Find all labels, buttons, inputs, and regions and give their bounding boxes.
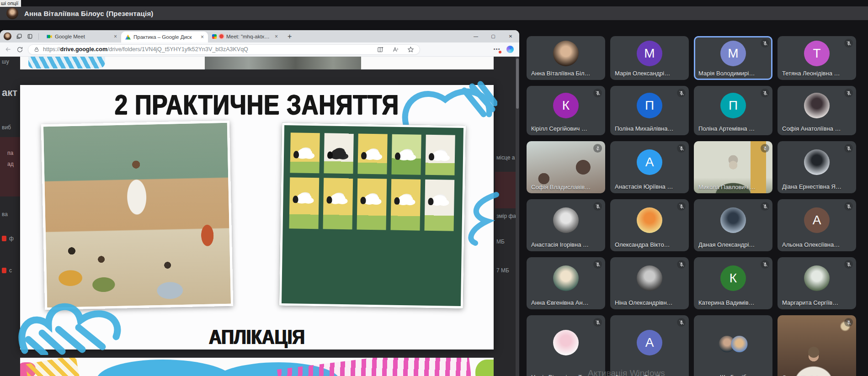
maximize-button[interactable]: ▢ (485, 30, 502, 42)
divider (38, 33, 39, 40)
participant-tile[interactable]: А Альона Олексіївна… (777, 199, 856, 251)
avatar (719, 336, 748, 352)
mic-off-icon (677, 89, 686, 97)
avatar (804, 93, 830, 118)
drive-bg-text-fragment: виб (2, 124, 11, 131)
participant-tile[interactable]: М Марія Володимирі… (694, 36, 772, 80)
participant-tile[interactable]: Діана Ернестівна Я… (777, 141, 856, 193)
settings-more-icon[interactable]: ⋯ (493, 47, 500, 52)
mic-off-icon (761, 144, 769, 153)
participant-name: Тетяна Леонідівна … (782, 70, 840, 77)
drive-bg-text-fragment: МБ (496, 238, 505, 245)
participant-tile[interactable]: Анастасія Ігорівна … (527, 199, 605, 251)
participant-tile[interactable]: Олександра Вікто… (610, 199, 689, 251)
participant-tile[interactable]: Анна Віталіївна Біл… (527, 36, 605, 80)
participant-name: Катерина Вадимів… (698, 299, 755, 306)
avatar: М (720, 41, 746, 66)
sheep-artwork-cards (289, 132, 457, 231)
browser-profile-avatar[interactable] (4, 32, 11, 40)
participant-tile[interactable]: Т Тетяна Леонідівна … (777, 36, 856, 80)
slide-title: 2 ПРАКТИЧНЕ ЗАНЯТТЯ (34, 89, 479, 120)
participant-tile[interactable]: А Анастасія Юріївна … (610, 141, 689, 193)
meet-favicon (47, 34, 52, 39)
participant-tile[interactable]: Маргарита Сергіїв… (777, 257, 856, 309)
drive-favicon (125, 35, 131, 40)
yellow-hatch-scribble (25, 358, 80, 376)
participant-tile[interactable]: Ще 5 осіб (694, 315, 772, 376)
recording-icon (219, 34, 224, 38)
tab-google-meet[interactable]: Google Meet × (43, 30, 121, 42)
avatar: К (553, 93, 579, 118)
mic-off-icon (593, 202, 602, 211)
participant-tile[interactable]: Софія Анатоліївна … (777, 86, 856, 135)
participant-name: Софія Анатоліївна … (782, 125, 841, 132)
participant-tile[interactable]: Микола Павлович … (694, 141, 772, 193)
presenter-avatar (6, 7, 18, 19)
participant-name: Микола Павлович … (698, 184, 756, 191)
mic-off-icon (677, 144, 686, 153)
drive-bg-text-fragment: ва (2, 211, 8, 217)
participant-tile[interactable]: Ніна Олександрівн… (610, 257, 689, 309)
drive-bg-text-fragment: с (2, 267, 12, 274)
drive-scrollbar[interactable] (516, 57, 519, 376)
reload-icon[interactable] (16, 46, 23, 53)
avatar (720, 207, 746, 233)
participant-tile[interactable]: К Кірілл Сергійович … (527, 86, 605, 135)
participant-name: Анна Євгенівна Ан… (531, 299, 589, 306)
address-bar[interactable]: https://drive.google.com/drive/folders/1… (28, 44, 420, 55)
mic-off-icon (844, 39, 853, 48)
avatar: А (637, 149, 662, 175)
participant-tile[interactable]: П Поліна Артемівна … (694, 86, 772, 135)
participant-tile[interactable]: П Поліна Михайлівна… (610, 86, 689, 135)
new-tab-button[interactable]: + (288, 32, 292, 41)
participant-name: Олена Казіміренко (782, 374, 834, 376)
avatar (804, 265, 830, 291)
participant-tile[interactable]: Софія Владиславів… (527, 141, 605, 193)
participant-tile[interactable]: Анна Євгенівна Ан… (527, 257, 605, 309)
avatar (637, 207, 662, 233)
toolbar-right-icons: ⋯ (493, 46, 515, 53)
tab-drive-active[interactable]: Практика – Google Диск × (121, 32, 208, 42)
close-button[interactable]: ✕ (502, 30, 519, 42)
drive-warning-banner-right (495, 172, 516, 208)
crayon-scribble-fragment (28, 57, 105, 69)
mic-off-icon (593, 318, 602, 327)
tab-actions-icon[interactable] (27, 33, 33, 39)
participants-grid: Анна Віталіївна Біл… М Марія Олександрі…… (527, 36, 868, 376)
favorite-star-icon[interactable] (407, 46, 414, 53)
drive-preview-viewport: шуактвибпаадвафс місце азмір фаМБ7 МБ 2 … (0, 57, 519, 376)
workspaces-icon[interactable] (16, 33, 22, 40)
tab-close-icon[interactable]: × (275, 33, 278, 40)
tab-meet-recording[interactable]: Meet: "mhq-aktx-fku" × (208, 30, 282, 42)
copilot-icon[interactable] (506, 46, 514, 53)
more-options-tooltip: ші опції (0, 0, 21, 7)
mic-off-icon (761, 260, 769, 269)
back-icon[interactable] (5, 46, 12, 53)
participant-tile[interactable]: Надія Вікторівна Т… (527, 315, 605, 376)
participant-tile[interactable]: Даная Олександрі… (694, 199, 772, 251)
tab-close-icon[interactable]: × (114, 33, 117, 40)
avatar: П (637, 93, 662, 118)
participant-tile[interactable]: Олена Казіміренко (777, 315, 856, 376)
mic-off-icon (844, 144, 853, 153)
participant-tile[interactable]: А Анастасія Сергіївн… (610, 315, 689, 376)
tab-title: Google Meet (55, 34, 109, 39)
green-blob-scribble (475, 360, 494, 376)
split-screen-icon[interactable] (377, 46, 384, 53)
participant-tile[interactable]: М Марія Олександрі… (610, 36, 689, 80)
drive-bg-text-fragment: змір фа (496, 213, 516, 219)
shared-browser-window: Google Meet × Практика – Google Диск × M… (0, 30, 519, 376)
mic-off-icon (844, 89, 853, 97)
avatar (637, 265, 662, 291)
mic-off-icon (844, 202, 853, 211)
mini-avatar (731, 336, 748, 352)
avatar: А (804, 207, 830, 233)
participant-tile[interactable]: К Катерина Вадимів… (694, 257, 772, 309)
tab-close-icon[interactable]: × (201, 34, 204, 40)
minimize-button[interactable]: — (467, 30, 485, 42)
file-icon (2, 236, 6, 241)
presentation-slide: 2 ПРАКТИЧНЕ ЗАНЯТТЯ (20, 85, 494, 350)
read-aloud-icon[interactable] (392, 46, 399, 53)
participant-name: Поліна Михайлівна… (615, 125, 674, 132)
drive-bg-text-fragment: місце а (496, 154, 515, 161)
